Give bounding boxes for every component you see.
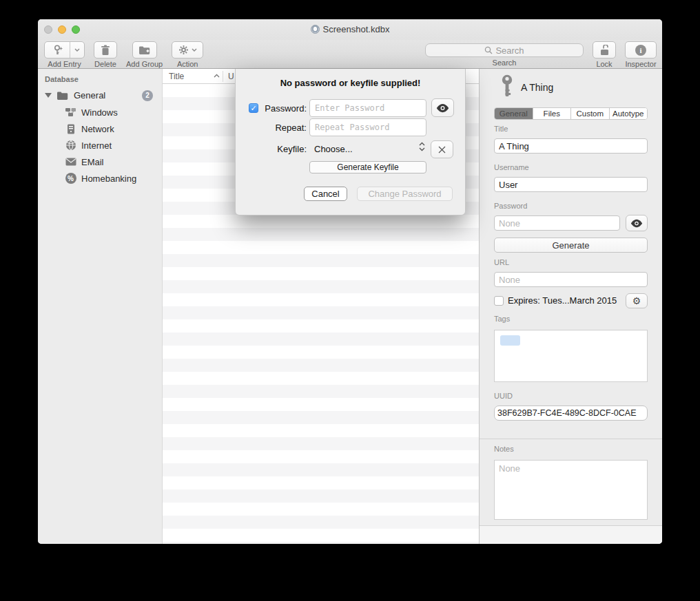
action-label: Action: [177, 60, 198, 68]
delete-label: Delete: [94, 60, 116, 68]
sidebar-item-general[interactable]: General 2: [38, 87, 162, 103]
eye-icon: [435, 103, 450, 113]
entry-title: A Thing: [521, 82, 553, 93]
table-row[interactable]: [163, 398, 479, 411]
inspector-button[interactable]: i: [625, 41, 657, 59]
expires-settings-button[interactable]: ⚙: [626, 293, 648, 308]
server-icon: [65, 123, 76, 135]
dialog-reveal-password-button[interactable]: [431, 98, 454, 117]
change-password-button[interactable]: Change Password: [357, 187, 453, 201]
table-row[interactable]: [163, 333, 479, 346]
title-label: Title: [494, 125, 508, 133]
folder-icon: [56, 91, 68, 101]
clear-keyfile-button[interactable]: [431, 140, 453, 158]
dialog-password-label: Password:: [236, 103, 307, 114]
tab-custom[interactable]: Custom: [571, 108, 610, 119]
table-row[interactable]: [163, 241, 479, 254]
dialog-keyfile-label: Keyfile:: [236, 144, 307, 154]
table-row[interactable]: [163, 293, 479, 306]
column-divider[interactable]: [223, 71, 223, 82]
column-header-username[interactable]: U: [228, 72, 234, 81]
table-row[interactable]: [163, 411, 479, 424]
delete-button[interactable]: [94, 41, 117, 59]
tag-chip[interactable]: [500, 335, 520, 346]
table-row[interactable]: [163, 424, 479, 437]
username-field[interactable]: [494, 177, 648, 192]
stepper-icon[interactable]: [419, 142, 425, 151]
table-row[interactable]: [163, 372, 479, 385]
table-row[interactable]: [163, 215, 479, 228]
action-button[interactable]: [172, 41, 203, 59]
x-icon: [438, 145, 446, 154]
table-row[interactable]: [163, 267, 479, 280]
table-row[interactable]: [163, 463, 479, 476]
username-label: Username: [494, 163, 529, 171]
sidebar-item-label: General: [74, 90, 105, 101]
table-row[interactable]: [163, 228, 479, 241]
search-input[interactable]: Search: [425, 43, 584, 57]
table-row[interactable]: [163, 542, 479, 544]
table-row[interactable]: [163, 319, 479, 333]
sidebar-item-internet[interactable]: Internet: [38, 137, 162, 154]
password-field[interactable]: [494, 215, 620, 231]
table-row[interactable]: [163, 503, 479, 516]
sidebar-item-windows[interactable]: Windows: [38, 104, 162, 120]
column-header-title[interactable]: Title: [169, 72, 184, 81]
lock-tool: Lock: [593, 41, 616, 68]
tab-autotype[interactable]: Autotype: [610, 108, 648, 119]
add-entry-button[interactable]: [44, 41, 85, 59]
add-group-button[interactable]: [132, 41, 157, 59]
table-row[interactable]: [163, 280, 479, 293]
tab-files[interactable]: Files: [533, 108, 572, 119]
sidebar-item-network[interactable]: Network: [38, 120, 162, 137]
sort-ascending-icon: [214, 74, 220, 78]
reveal-password-button[interactable]: [626, 215, 648, 231]
keyfile-popup[interactable]: Choose...: [314, 144, 353, 154]
disclosure-triangle-icon[interactable]: [45, 93, 52, 98]
table-row[interactable]: [163, 306, 479, 319]
expires-row: Expires: Tues...March 2015: [494, 295, 617, 306]
url-field[interactable]: [494, 272, 648, 287]
key-icon: [500, 74, 515, 99]
generate-keyfile-button[interactable]: Generate Keyfile: [309, 161, 426, 173]
table-row[interactable]: [163, 529, 479, 542]
generate-password-button[interactable]: Generate: [494, 238, 648, 253]
eye-icon: [630, 219, 644, 228]
document-icon: [311, 25, 320, 34]
uuid-field[interactable]: [494, 405, 648, 421]
table-row[interactable]: [163, 254, 479, 267]
sidebar-item-label: Network: [81, 124, 114, 134]
inspector-label: Inspector: [625, 60, 656, 68]
tab-general[interactable]: General: [495, 108, 533, 119]
inspector-tool: i Inspector: [625, 41, 657, 68]
tags-box[interactable]: [494, 330, 648, 382]
add-entry-tool: Add Entry: [44, 41, 85, 68]
notes-field[interactable]: [494, 460, 648, 520]
title-field[interactable]: [494, 138, 648, 154]
table-row[interactable]: [163, 346, 479, 359]
chevron-down-icon: [74, 48, 80, 52]
lock-button[interactable]: [593, 41, 616, 59]
dialog-repeat-label: Repeat:: [236, 123, 307, 133]
sidebar-item-email[interactable]: EMail: [38, 154, 162, 170]
unlock-icon: [599, 45, 610, 56]
trash-icon: [101, 45, 110, 56]
table-row[interactable]: [163, 489, 479, 503]
dialog-password-input[interactable]: [309, 99, 426, 117]
sidebar-item-homebanking[interactable]: % Homebanking: [38, 170, 162, 187]
dialog-repeat-input[interactable]: [309, 118, 426, 136]
cancel-button[interactable]: Cancel: [304, 187, 347, 201]
expires-checkbox[interactable]: [494, 296, 504, 306]
inspector-tabs: General Files Custom Autotype: [494, 107, 648, 120]
table-row[interactable]: [163, 359, 479, 372]
password-label: Password: [494, 202, 527, 210]
search-tool: Search Search: [425, 41, 584, 68]
table-row[interactable]: [163, 516, 479, 529]
table-row[interactable]: [163, 450, 479, 463]
table-row[interactable]: [163, 385, 479, 398]
table-row[interactable]: [163, 476, 479, 489]
table-row[interactable]: [163, 437, 479, 450]
uuid-label: UUID: [494, 392, 513, 400]
key-plus-icon: [52, 45, 63, 56]
titlebar: Screenshot.kdbx: [38, 19, 662, 40]
